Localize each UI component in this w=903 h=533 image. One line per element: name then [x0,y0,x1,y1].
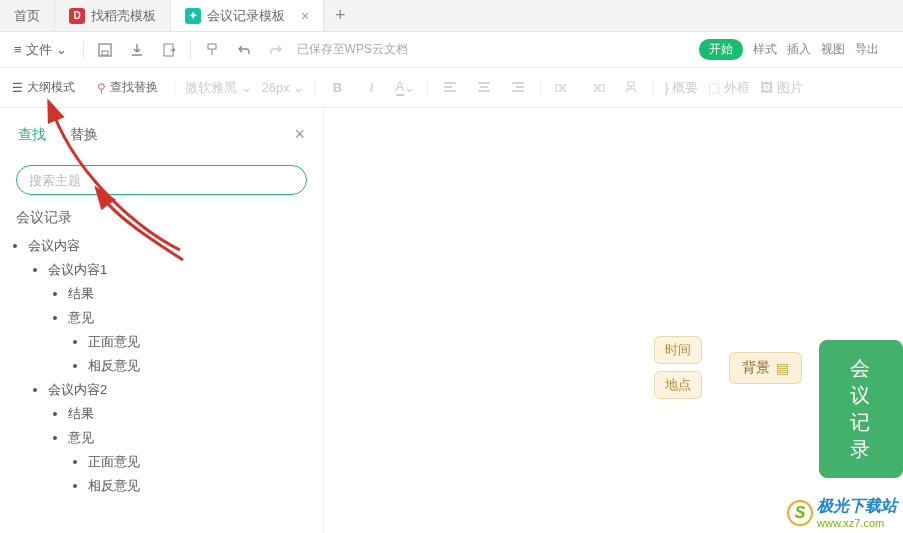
tab-home[interactable]: 首页 [0,0,55,31]
export-file-icon[interactable] [158,39,180,61]
align-right-button[interactable] [506,76,530,100]
find-panel: 查找 替换 × 会议记录 会议内容 会议内容1 结果 意见 正面意 [0,108,324,533]
list-item[interactable]: 正面意见 [88,333,309,351]
svg-rect-6 [628,82,634,86]
italic-button[interactable]: I [359,76,383,100]
divider [83,41,84,59]
sidebar-tab-find[interactable]: 查找 [18,126,46,144]
outline-mode-label: 大纲模式 [27,79,75,96]
structure-right-icon[interactable] [585,76,609,100]
list-item[interactable]: 结果 [68,285,309,303]
tab-template-store[interactable]: D 找稻壳模板 [55,0,171,31]
list-item[interactable]: 会议内容2 结果 意见 正面意见 相反意见 [48,381,309,495]
mindmap-icon: ✦ [185,8,201,24]
list-item[interactable]: 会议内容1 结果 意见 正面意见 相反意见 [48,261,309,375]
tab-start[interactable]: 开始 [699,39,743,60]
new-tab-button[interactable]: + [324,0,356,31]
tab-style[interactable]: 样式 [753,41,777,58]
format-toolbar: ☰ 大纲模式 ⚲ 查找替换 微软雅黑 ⌄ 26px ⌄ B I A ⌄ } 概要… [0,68,903,108]
image-button[interactable]: 🖾 图片 [760,79,803,97]
window-tabs: 首页 D 找稻壳模板 ✦ 会议记录模板 × + [0,0,903,32]
find-replace-label: 查找替换 [110,79,158,96]
outer-frame-button[interactable]: ⬚ 外框 [708,79,750,97]
list-item[interactable]: 会议内容 会议内容1 结果 意见 正面意见 相反意见 [28,237,309,495]
main-area: 查找 替换 × 会议记录 会议内容 会议内容1 结果 意见 正面意 [0,108,903,533]
close-icon[interactable]: × [301,8,309,24]
divider [190,41,191,59]
main-toolbar: ≡ 文件 ⌄ 已保存至WPS云文档 开始 样式 插入 视图 导出 [0,32,903,68]
outline-tree: 会议内容 会议内容1 结果 意见 正面意见 相反意见 [14,237,309,495]
tab-home-label: 首页 [14,7,40,25]
svg-rect-4 [556,85,561,91]
watermark-logo-icon: S [787,500,813,526]
search-icon: ⚲ [97,81,106,95]
watermark-title: 极光下载站 [817,497,897,514]
watermark-url: www.xz7.com [817,517,897,529]
file-menu-label: 文件 [26,41,52,59]
watermark: S 极光下载站 www.xz7.com [787,496,897,529]
font-size-select[interactable]: 26px ⌄ [262,80,305,95]
redo-icon[interactable] [265,39,287,61]
tab-current-document-label: 会议记录模板 [207,7,285,25]
align-center-button[interactable] [472,76,496,100]
format-painter-icon[interactable] [201,39,223,61]
font-family-select[interactable]: 微软雅黑 ⌄ [185,79,252,97]
list-item[interactable]: 结果 [68,405,309,423]
tab-view[interactable]: 视图 [821,41,845,58]
list-item[interactable]: 意见 正面意见 相反意见 [68,429,309,495]
list-item[interactable]: 意见 正面意见 相反意见 [68,309,309,375]
find-replace-button[interactable]: ⚲ 查找替换 [91,76,164,99]
save-icon[interactable] [94,39,116,61]
save-status: 已保存至WPS云文档 [297,41,408,58]
close-panel-icon[interactable]: × [294,124,305,145]
list-item[interactable]: 相反意见 [88,477,309,495]
file-menu[interactable]: ≡ 文件 ⌄ [8,37,73,63]
tab-template-store-label: 找稻壳模板 [91,7,156,25]
download-icon[interactable] [126,39,148,61]
chevron-down-icon: ⌄ [56,42,67,57]
node-background-label: 背景 [742,359,770,377]
font-color-button[interactable]: A ⌄ [393,76,417,100]
tab-export[interactable]: 导出 [855,41,879,58]
tab-insert[interactable]: 插入 [787,41,811,58]
search-input[interactable] [29,173,294,188]
node-root[interactable]: 会议记录 [819,340,903,478]
svg-rect-5 [599,85,604,91]
svg-rect-3 [208,44,216,49]
outline-mode-button[interactable]: ☰ 大纲模式 [6,76,81,99]
list-item[interactable]: 正面意见 [88,453,309,471]
docer-icon: D [69,8,85,24]
svg-rect-1 [102,51,108,55]
summary-button[interactable]: } 概要 [664,79,698,97]
note-icon: ▤ [776,360,789,376]
outline-root-title: 会议记录 [16,209,309,227]
node-time[interactable]: 时间 [654,336,702,364]
mindmap-canvas[interactable]: 时间 地点 背景 ▤ 会议记录 会议内容 参与入录 S 极光下载站 www.xz… [324,108,903,533]
hamburger-icon: ≡ [14,42,22,57]
structure-org-icon[interactable] [619,76,643,100]
undo-icon[interactable] [233,39,255,61]
node-background[interactable]: 背景 ▤ [729,352,802,384]
tab-current-document[interactable]: ✦ 会议记录模板 × [171,0,324,31]
outline-icon: ☰ [12,81,23,95]
bold-button[interactable]: B [325,76,349,100]
connector-lines [324,108,624,258]
list-item[interactable]: 相反意见 [88,357,309,375]
structure-left-icon[interactable] [551,76,575,100]
node-place[interactable]: 地点 [654,371,702,399]
svg-rect-0 [99,44,111,56]
sidebar-tab-replace[interactable]: 替换 [70,126,98,144]
search-box[interactable] [16,165,307,195]
align-left-button[interactable] [438,76,462,100]
